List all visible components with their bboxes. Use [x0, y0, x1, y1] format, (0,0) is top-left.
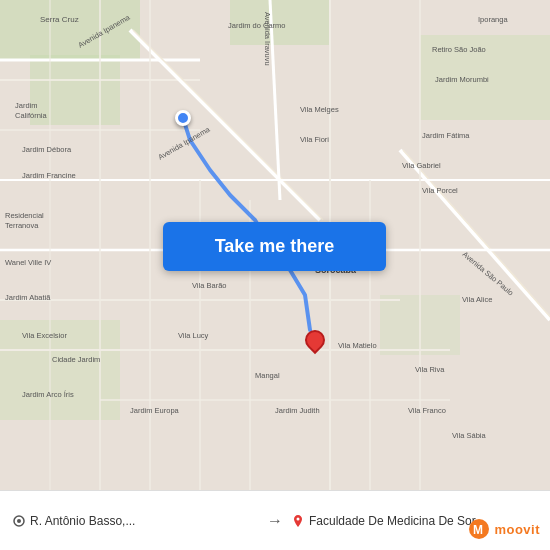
svg-text:Califórnia: Califórnia	[15, 111, 48, 120]
svg-text:Jardim Morumbi: Jardim Morumbi	[435, 75, 489, 84]
moovit-icon: M	[468, 518, 490, 540]
svg-text:Vila Matielo: Vila Matielo	[338, 341, 377, 350]
svg-point-66	[297, 517, 300, 520]
svg-text:Jardim Abatiã: Jardim Abatiã	[5, 293, 51, 302]
svg-text:Vila Franco: Vila Franco	[408, 406, 446, 415]
svg-text:Vila Excelsior: Vila Excelsior	[22, 331, 67, 340]
svg-text:Avenida Iravuvu: Avenida Iravuvu	[263, 12, 272, 66]
svg-text:Vila Porcel: Vila Porcel	[422, 186, 458, 195]
svg-text:Vila Sábia: Vila Sábia	[452, 431, 486, 440]
svg-text:Terranova: Terranova	[5, 221, 39, 230]
svg-text:Cidade Jardim: Cidade Jardim	[52, 355, 100, 364]
svg-text:Vila Gabriel: Vila Gabriel	[402, 161, 441, 170]
svg-text:Jardim Débora: Jardim Débora	[22, 145, 72, 154]
map-container: Serra Cruz Avenida Ipanema Jardim do Car…	[0, 0, 550, 490]
to-icon	[291, 514, 305, 528]
from-location: R. Antônio Basso,...	[12, 514, 259, 528]
svg-text:Jardim Europa: Jardim Europa	[130, 406, 180, 415]
svg-text:Vila Alice: Vila Alice	[462, 295, 492, 304]
svg-text:Jardim Francine: Jardim Francine	[22, 171, 76, 180]
svg-text:Iporanga: Iporanga	[478, 15, 508, 24]
svg-text:Mangal: Mangal	[255, 371, 280, 380]
take-me-there-button[interactable]: Take me there	[163, 222, 386, 271]
svg-text:Residencial: Residencial	[5, 211, 44, 220]
origin-marker	[175, 110, 191, 126]
svg-text:Vila Lucy: Vila Lucy	[178, 331, 209, 340]
svg-text:Vila Melges: Vila Melges	[300, 105, 339, 114]
moovit-logo: M moovit	[468, 518, 540, 540]
svg-rect-1	[0, 0, 140, 60]
svg-text:Jardim: Jardim	[15, 101, 38, 110]
svg-point-65	[17, 519, 21, 523]
svg-text:Vila Riva: Vila Riva	[415, 365, 445, 374]
svg-text:Retiro São João: Retiro São João	[432, 45, 486, 54]
from-label: R. Antônio Basso,...	[30, 514, 135, 528]
from-icon	[12, 514, 26, 528]
destination-marker	[305, 330, 325, 358]
svg-text:Wanel Ville IV: Wanel Ville IV	[5, 258, 51, 267]
svg-text:Jardim do Carmo: Jardim do Carmo	[228, 21, 286, 30]
svg-text:M: M	[473, 523, 483, 537]
bottom-bar: R. Antônio Basso,... → Faculdade De Medi…	[0, 490, 550, 550]
svg-text:Serra Cruz: Serra Cruz	[40, 15, 79, 24]
svg-text:Jardim Fátima: Jardim Fátima	[422, 131, 470, 140]
moovit-text: moovit	[494, 522, 540, 537]
to-label: Faculdade De Medicina De Sor...	[309, 514, 485, 528]
svg-text:Vila Fiori: Vila Fiori	[300, 135, 329, 144]
svg-text:Vila Barão: Vila Barão	[192, 281, 226, 290]
svg-text:Jardim Arco Íris: Jardim Arco Íris	[22, 390, 74, 399]
svg-text:Jardim Judith: Jardim Judith	[275, 406, 320, 415]
arrow-icon: →	[267, 512, 283, 530]
